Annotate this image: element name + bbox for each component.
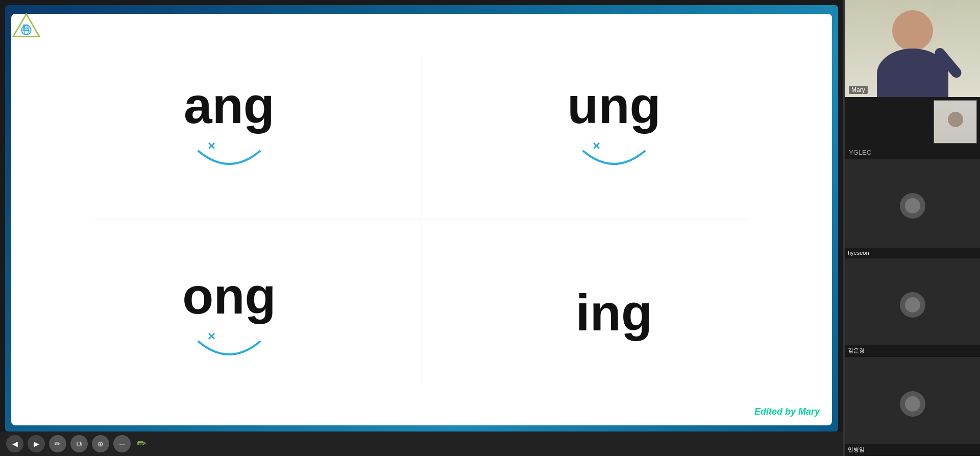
phonics-text-ing: ing (576, 287, 652, 338)
participant-grid: hyeseon 김은경 민병임 (845, 159, 980, 456)
draw-button[interactable]: ✏ (49, 435, 66, 452)
svg-text:×: × (208, 138, 215, 153)
svg-text:×: × (208, 328, 215, 344)
mary-video: Mary (845, 0, 980, 97)
logo-area: E (12, 12, 40, 42)
avatar-hyeseon (900, 193, 925, 219)
participant-name-minbyeongim: 민병임 (845, 444, 980, 455)
toolbar: ◀ ▶ ✏ ⧉ ⊕ ··· ✏ (0, 431, 843, 456)
prev-button[interactable]: ◀ (6, 435, 23, 452)
phonics-text-ong: ong (182, 270, 276, 321)
avatar-gimunkyung (900, 292, 925, 318)
pencil-icon: ✏ (137, 437, 146, 450)
second-video (934, 100, 977, 143)
participant-gimunkyung: 김은경 (845, 258, 980, 357)
phonics-cell-ing: ing (427, 225, 801, 405)
svg-text:×: × (593, 138, 600, 153)
copy-button[interactable]: ⧉ (70, 435, 88, 452)
slide-content: ang × ung × (11, 14, 832, 425)
more-button[interactable]: ··· (113, 435, 131, 452)
phonics-text-ung: ung (567, 80, 660, 131)
participant-name-gimunkyung: 김은경 (845, 345, 980, 356)
smiley-ung: × (573, 136, 655, 169)
next-button[interactable]: ▶ (28, 435, 45, 452)
phonics-cell-ong: ong × (42, 225, 416, 405)
smiley-ang: × (188, 136, 270, 169)
smiley-ong: × (188, 326, 270, 359)
second-video-row (845, 98, 980, 146)
phonics-text-ang: ang (184, 80, 275, 131)
zoom-button[interactable]: ⊕ (92, 435, 109, 452)
participant-name-hyeseon: hyeseon (845, 248, 980, 258)
main-presentation-area: E ang × (0, 0, 843, 456)
logo-icon: E (12, 12, 40, 40)
edited-by-label: Edited by Mary (754, 406, 820, 417)
phonics-cell-ang: ang × (42, 34, 416, 214)
mary-name-label: Mary (849, 86, 868, 94)
right-sidebar: Mary YGLEC hyeseon 김은경 민병임 (845, 0, 980, 456)
avatar-minbyeongim (900, 391, 925, 417)
svg-text:E: E (22, 22, 29, 33)
slide-wrapper: E ang × (5, 5, 838, 431)
yglec-label: YGLEC (845, 147, 980, 158)
phonics-cell-ung: ung × (427, 34, 801, 214)
slide-divider-horizontal (93, 220, 750, 220)
participant-minbyeongim: 민병임 (845, 357, 980, 456)
presentation-container: E ang × (0, 0, 843, 431)
participant-hyeseon: hyeseon (845, 159, 980, 258)
